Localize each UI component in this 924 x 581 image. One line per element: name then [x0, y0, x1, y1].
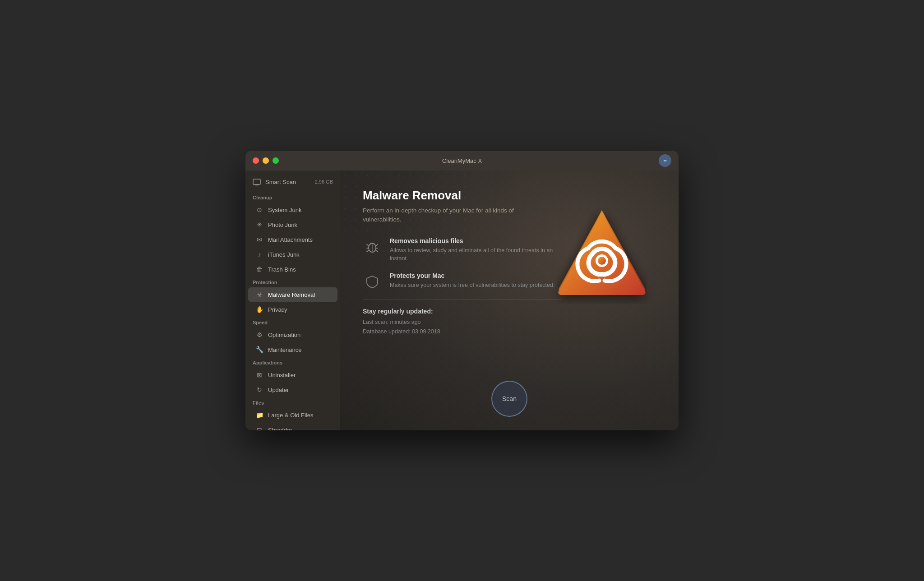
- sidebar-section-label-applications: Applications: [245, 357, 340, 367]
- sidebar-item-trash-bins[interactable]: 🗑Trash Bins: [248, 262, 337, 277]
- itunes-junk-icon: ♪: [255, 250, 263, 258]
- main-content: Smart Scan 2.96 GB Cleanup⊙System Junk✳P…: [245, 171, 679, 430]
- feature-1-text: Removes malicious files Allows to review…: [390, 237, 561, 263]
- sidebar-item-large-old-files[interactable]: 📁Large & Old Files: [248, 408, 337, 422]
- sidebar-item-system-junk[interactable]: ⊙System Junk: [248, 203, 337, 217]
- sidebar-item-label-shredder: Shredder: [268, 427, 292, 431]
- sidebar-item-label-maintenance: Maintenance: [268, 346, 301, 353]
- smart-scan-icon: [253, 178, 261, 186]
- user-avatar[interactable]: ••: [659, 154, 671, 167]
- feature-2-text: Protects your Mac Makes sure your system…: [390, 272, 554, 290]
- traffic-lights: [253, 157, 279, 164]
- sidebar-item-label-malware-removal: Malware Removal: [268, 291, 315, 298]
- shield-icon: [363, 272, 382, 291]
- sidebar-item-malware-removal[interactable]: ☣Malware Removal: [248, 287, 337, 302]
- sidebar-item-privacy[interactable]: ✋Privacy: [248, 302, 337, 317]
- sidebar-sections: Cleanup⊙System Junk✳Photo Junk✉Mail Atta…: [245, 192, 340, 430]
- update-section: Stay regularly updated: Last scan: minut…: [363, 308, 656, 337]
- photo-junk-icon: ✳: [255, 221, 263, 229]
- sidebar-item-label-trash-bins: Trash Bins: [268, 266, 296, 273]
- content-area: Malware Removal Perform an in-depth chec…: [340, 171, 679, 430]
- maximize-button[interactable]: [273, 157, 279, 164]
- page-subtitle: Perform an in-depth checkup of your Mac …: [363, 206, 534, 225]
- update-title: Stay regularly updated:: [363, 308, 656, 315]
- sidebar-item-label-privacy: Privacy: [268, 306, 287, 313]
- sidebar-item-optimization[interactable]: ⚙Optimization: [248, 327, 337, 342]
- feature-1-title: Removes malicious files: [390, 237, 561, 244]
- sidebar-section-label-speed: Speed: [245, 317, 340, 327]
- sidebar-item-label-uninstaller: Uninstaller: [268, 372, 296, 378]
- shredder-icon: ⊟: [255, 426, 263, 430]
- system-junk-icon: ⊙: [255, 206, 263, 214]
- content-inner: Malware Removal Perform an in-depth chec…: [363, 189, 656, 417]
- sidebar-item-updater[interactable]: ↻Updater: [248, 383, 337, 397]
- last-scan: Last scan: minutes ago: [363, 318, 656, 327]
- svg-line-14: [376, 250, 378, 252]
- malware-removal-icon: ☣: [255, 290, 263, 299]
- svg-line-9: [367, 244, 369, 246]
- feature-2-title: Protects your Mac: [390, 272, 554, 279]
- sidebar-item-label-updater: Updater: [268, 387, 289, 393]
- sidebar-section-label-cleanup: Cleanup: [245, 192, 340, 202]
- divider: [363, 299, 561, 300]
- maintenance-icon: 🔧: [255, 346, 263, 354]
- database-updated: Database updated: 03.09.2018: [363, 327, 656, 337]
- sidebar-section-label-protection: Protection: [245, 277, 340, 287]
- scan-button-container: Scan: [363, 376, 656, 417]
- sidebar-section-label-files: Files: [245, 397, 340, 407]
- sidebar-item-label-large-old-files: Large & Old Files: [268, 412, 313, 419]
- sidebar-item-label-itunes-junk: iTunes Junk: [268, 251, 300, 258]
- updater-icon: ↻: [255, 386, 263, 394]
- sidebar-item-maintenance[interactable]: 🔧Maintenance: [248, 342, 337, 357]
- app-window: CleanMyMac X •• Smart Scan 2.96 GB: [245, 151, 679, 430]
- features-list: Removes malicious files Allows to review…: [363, 237, 561, 291]
- feature-removes-malicious: Removes malicious files Allows to review…: [363, 237, 561, 263]
- optimization-icon: ⚙: [255, 331, 263, 339]
- sidebar-item-label-optimization: Optimization: [268, 332, 300, 338]
- sidebar: Smart Scan 2.96 GB Cleanup⊙System Junk✳P…: [245, 171, 340, 430]
- uninstaller-icon: ⊠: [255, 371, 263, 379]
- privacy-icon: ✋: [255, 305, 263, 314]
- sidebar-item-photo-junk[interactable]: ✳Photo Junk: [248, 217, 337, 232]
- sidebar-item-itunes-junk[interactable]: ♪iTunes Junk: [248, 247, 337, 262]
- trash-bins-icon: 🗑: [255, 265, 263, 273]
- sidebar-item-uninstaller[interactable]: ⊠Uninstaller: [248, 368, 337, 382]
- svg-line-12: [376, 244, 378, 246]
- bug-icon: [363, 237, 382, 256]
- sidebar-item-label-mail-attachments: Mail Attachments: [268, 236, 313, 243]
- sidebar-item-label-system-junk: System Junk: [268, 207, 301, 213]
- app-title: CleanMyMac X: [442, 157, 482, 164]
- titlebar: CleanMyMac X ••: [245, 151, 679, 171]
- feature-2-desc: Makes sure your system is free of vulner…: [390, 281, 554, 290]
- smart-scan-label: Smart Scan: [265, 179, 296, 185]
- sidebar-item-smart-scan[interactable]: Smart Scan 2.96 GB: [245, 174, 340, 189]
- feature-1-desc: Allows to review, study and eliminate al…: [390, 246, 561, 263]
- large-old-files-icon: 📁: [255, 411, 263, 419]
- scan-button[interactable]: Scan: [491, 381, 527, 417]
- svg-line-11: [367, 250, 369, 252]
- svg-rect-0: [253, 179, 260, 184]
- sidebar-item-shredder[interactable]: ⊟Shredder: [248, 423, 337, 430]
- sidebar-item-label-photo-junk: Photo Junk: [268, 221, 297, 228]
- close-button[interactable]: [253, 157, 259, 164]
- smart-scan-badge: 2.96 GB: [315, 179, 333, 184]
- minimize-button[interactable]: [263, 157, 269, 164]
- sidebar-item-mail-attachments[interactable]: ✉Mail Attachments: [248, 232, 337, 247]
- mail-attachments-icon: ✉: [255, 235, 263, 244]
- feature-protects-mac: Protects your Mac Makes sure your system…: [363, 272, 561, 291]
- page-title: Malware Removal: [363, 189, 656, 203]
